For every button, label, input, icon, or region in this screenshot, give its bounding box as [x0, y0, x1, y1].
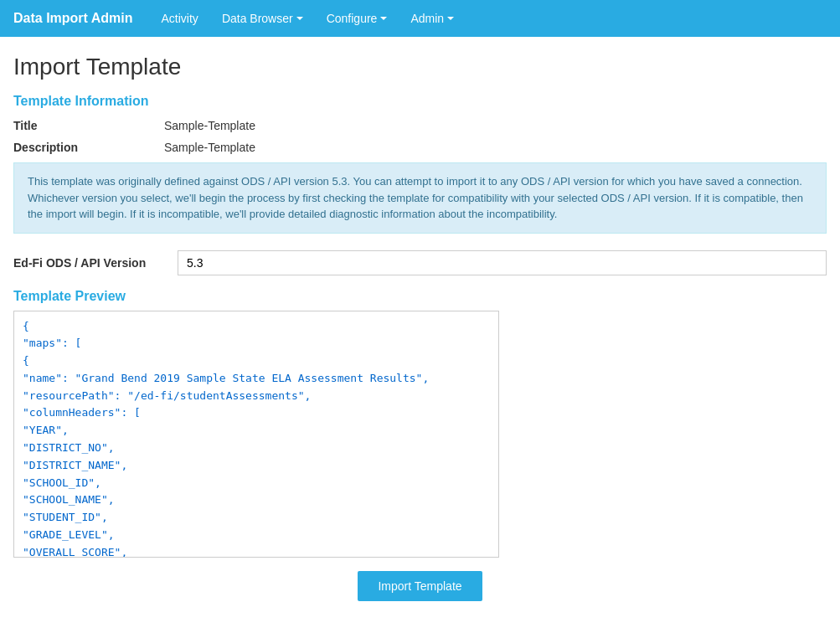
preview-line: "maps": [ — [23, 335, 490, 352]
version-row: Ed-Fi ODS / API Version — [13, 250, 827, 275]
chevron-down-icon — [380, 17, 387, 20]
template-info-fields: TitleSample-TemplateDescriptionSample-Te… — [13, 119, 827, 154]
chevron-down-icon — [296, 17, 303, 20]
preview-line: "OVERALL_SCORE", — [23, 544, 490, 558]
navbar-brand: Data Import Admin — [13, 11, 133, 26]
nav-item-activity[interactable]: Activity — [150, 0, 210, 37]
field-row: TitleSample-Template — [13, 119, 827, 132]
preview-line: "YEAR", — [23, 422, 490, 440]
chevron-down-icon — [447, 17, 454, 20]
preview-line: "SCHOOL_ID", — [23, 475, 490, 492]
nav-item-data-browser[interactable]: Data Browser — [210, 0, 315, 37]
preview-label: Template Preview — [13, 289, 827, 304]
preview-line: "GRADE_LEVEL", — [23, 527, 490, 544]
preview-line: { — [23, 352, 490, 370]
field-label: Title — [13, 119, 164, 132]
preview-line: "name": "Grand Bend 2019 Sample State EL… — [23, 370, 490, 388]
nav-item-configure[interactable]: Configure — [315, 0, 399, 37]
section-title-template-info: Template Information — [13, 94, 827, 109]
field-value: Sample-Template — [164, 119, 255, 132]
import-template-button[interactable]: Import Template — [358, 571, 482, 601]
preview-line: "DISTRICT_NAME", — [23, 457, 490, 475]
field-row: DescriptionSample-Template — [13, 141, 827, 154]
nav-item-admin[interactable]: Admin — [399, 0, 466, 37]
field-value: Sample-Template — [164, 141, 255, 154]
preview-line: { — [23, 318, 490, 336]
version-input[interactable] — [178, 250, 827, 275]
field-label: Description — [13, 141, 164, 154]
button-row: Import Template — [13, 571, 827, 601]
info-box: This template was originally defined aga… — [13, 162, 827, 234]
preview-line: "STUDENT_ID", — [23, 509, 490, 527]
template-preview[interactable]: { "maps": [ { "name": "Grand Bend 2019 S… — [13, 311, 499, 558]
preview-line: "columnHeaders": [ — [23, 404, 490, 422]
page-title: Import Template — [13, 54, 827, 80]
navbar: Data Import Admin Activity Data Browser … — [0, 0, 840, 37]
main-content: Import Template Template Information Tit… — [0, 37, 840, 618]
preview-line: "DISTRICT_NO", — [23, 440, 490, 457]
preview-line: "resourcePath": "/ed-fi/studentAssessmen… — [23, 388, 490, 405]
preview-line: "SCHOOL_NAME", — [23, 491, 490, 509]
version-label: Ed-Fi ODS / API Version — [13, 256, 164, 270]
